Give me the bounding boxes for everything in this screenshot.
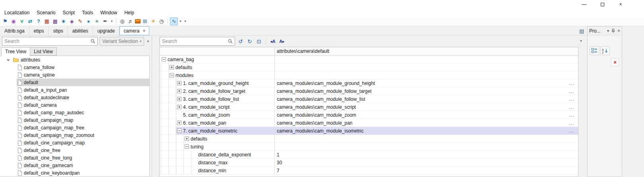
menu-scenario[interactable]: Scenario bbox=[33, 9, 59, 16]
tree-item-camera_spline[interactable]: camera_spline bbox=[0, 71, 149, 79]
editor-row-4-cam_module_script[interactable]: 4. cam_module_scriptcamera_modules\cam_m… bbox=[160, 103, 578, 111]
copy-structure-icon[interactable]: ⊡ bbox=[255, 37, 263, 45]
expand-icon[interactable] bbox=[177, 121, 181, 125]
waves-icon[interactable]: ≈ bbox=[93, 17, 101, 25]
tree-item-default_campaign_map_free[interactable]: default_campaign_map_free bbox=[0, 124, 149, 131]
editor-row-defaults[interactable]: defaults bbox=[160, 63, 578, 71]
checker-icon[interactable]: ▩ bbox=[51, 17, 59, 25]
row-value-cell[interactable]: 1 bbox=[275, 151, 578, 158]
toolbar-dropdown-icon[interactable]: ▾ bbox=[110, 17, 114, 25]
editor-row-modules[interactable]: modules bbox=[160, 71, 578, 79]
palette-icon[interactable]: ◉ bbox=[10, 17, 17, 25]
view-tab-list-view[interactable]: List View bbox=[30, 47, 57, 56]
menu-tools[interactable]: Tools bbox=[78, 9, 96, 16]
tree-item-default[interactable]: default bbox=[0, 79, 149, 86]
collapse-icon[interactable] bbox=[177, 129, 181, 133]
editor-row-2-cam_module_follow_target[interactable]: 2. cam_module_follow_targetcamera_module… bbox=[160, 87, 578, 95]
tree-item-default_camp_map_autodec[interactable]: default_camp_map_autodec bbox=[0, 109, 149, 116]
variant-selection-dropdown[interactable]: Variant Selection ▾ bbox=[100, 37, 145, 46]
prev-change-icon[interactable]: ◂A bbox=[269, 37, 277, 45]
row-value-cell[interactable]: camera_modules\cam_module_script... bbox=[275, 103, 578, 111]
ellipsis-button[interactable]: ... bbox=[569, 111, 574, 119]
tab-sbps[interactable]: sbps bbox=[49, 26, 68, 35]
row-value-cell[interactable] bbox=[275, 143, 578, 150]
expand-icon[interactable] bbox=[177, 81, 181, 85]
tree-item-default_a_input_pan[interactable]: default_a_input_pan bbox=[0, 86, 149, 94]
properties-close-icon[interactable]: × bbox=[617, 28, 620, 34]
ellipsis-button[interactable]: ... bbox=[569, 87, 574, 95]
tab-ebps[interactable]: ebps bbox=[29, 26, 49, 35]
flag-icon[interactable]: ⚑ bbox=[1, 17, 9, 25]
tab-abilities[interactable]: abilities bbox=[68, 26, 93, 35]
row-value-cell[interactable]: camera_modules\cam_module_zoom... bbox=[275, 111, 578, 119]
browser-toolbar-overflow-icon[interactable]: ▾ bbox=[146, 39, 150, 43]
expand-icon[interactable] bbox=[177, 97, 181, 101]
expand-icon[interactable] bbox=[177, 89, 181, 93]
menu-window[interactable]: Window bbox=[96, 9, 121, 16]
collapse-icon[interactable] bbox=[185, 144, 189, 149]
layout-icon[interactable]: ⊞ bbox=[141, 17, 149, 25]
signature-icon[interactable]: ✒ bbox=[101, 17, 109, 25]
menu-help[interactable]: Help bbox=[121, 9, 138, 16]
row-value-cell[interactable]: camera_modules\cam_module_pan... bbox=[275, 119, 578, 127]
menu-localization[interactable]: Localization bbox=[1, 9, 33, 16]
editor-row-7-cam_module_isometric[interactable]: 7. cam_module_isometriccamera_modules\ca… bbox=[160, 127, 578, 135]
row-value-cell[interactable]: camera_modules\cam_module_follow_target.… bbox=[275, 87, 578, 95]
branch-icon[interactable]: ⋎ bbox=[18, 17, 26, 25]
tab-close-icon[interactable]: × bbox=[143, 29, 145, 33]
row-value-cell[interactable] bbox=[275, 56, 578, 63]
row-value-cell[interactable]: camera_modules\cam_module_follow_list... bbox=[275, 95, 578, 103]
tree-item-default_cine_campaign_map[interactable]: default_cine_campaign_map bbox=[0, 139, 149, 146]
row-value-cell[interactable]: 7 bbox=[275, 167, 578, 174]
editor-row-tuning[interactable]: tuning bbox=[160, 143, 578, 151]
collapse-icon[interactable] bbox=[170, 73, 174, 77]
asterisk-icon[interactable]: ∗ bbox=[60, 17, 67, 25]
sync-back-icon[interactable]: ↺ bbox=[237, 37, 245, 45]
history-icon[interactable]: ◷ bbox=[158, 17, 166, 25]
sound-icon[interactable]: ♬ bbox=[127, 17, 135, 25]
browser-search-input[interactable] bbox=[2, 38, 90, 44]
target-icon[interactable]: ◎ bbox=[118, 17, 126, 25]
expand-collapse-icon[interactable] bbox=[6, 58, 11, 62]
collapse-icon[interactable] bbox=[162, 57, 166, 62]
pin-icon[interactable] bbox=[611, 29, 615, 33]
expand-icon[interactable] bbox=[185, 137, 189, 141]
wave-tool-dropdown-icon[interactable]: ▾ bbox=[178, 17, 183, 25]
pen-icon[interactable]: ✎ bbox=[76, 17, 84, 25]
editor-row-5-cam_module_zoom[interactable]: 5. cam_module_zoomcamera_modules\cam_mod… bbox=[160, 111, 578, 119]
editor-search-input[interactable] bbox=[160, 38, 227, 44]
sync-forward-icon[interactable]: ↻ bbox=[246, 37, 254, 45]
row-value-cell[interactable] bbox=[275, 135, 578, 142]
transfer-icon[interactable]: ⇄ bbox=[26, 17, 34, 25]
editor-row-3-cam_module_follow_list[interactable]: 3. cam_module_follow_listcamera_modules\… bbox=[160, 95, 578, 103]
tab-camera[interactable]: camera× bbox=[120, 26, 149, 35]
tree-item-default_camera[interactable]: default_camera bbox=[0, 101, 149, 109]
editor-row-distance_max[interactable]: distance_max30 bbox=[160, 159, 578, 167]
wave-tool-icon[interactable]: ∿ bbox=[170, 17, 178, 25]
editor-row-6-cam_module_pan[interactable]: 6. cam_module_pancamera_modules\cam_modu… bbox=[160, 119, 578, 127]
tree-item-default_campaign_map[interactable]: default_campaign_map bbox=[0, 116, 149, 124]
help-icon[interactable]: ? bbox=[35, 17, 42, 25]
row-value-cell[interactable]: camera_modules\cam_module_isometric... bbox=[275, 127, 578, 135]
menu-script[interactable]: Script bbox=[59, 9, 79, 16]
row-value-cell[interactable]: 30 bbox=[275, 159, 578, 166]
tab-upgrade[interactable]: upgrade bbox=[93, 26, 120, 35]
tree-item-default_campaign_map_zoomout[interactable]: default_campaign_map_zoomout bbox=[0, 131, 149, 139]
tree-item-attributes[interactable]: attributes bbox=[0, 56, 149, 63]
row-value-cell[interactable] bbox=[275, 63, 578, 71]
droplet-icon[interactable]: ● bbox=[85, 17, 93, 25]
editor-row-defaults[interactable]: defaults bbox=[160, 135, 578, 143]
ellipsis-button[interactable]: ... bbox=[569, 103, 574, 111]
remove-property-icon[interactable]: × bbox=[611, 58, 619, 66]
ellipsis-button[interactable]: ... bbox=[569, 79, 574, 87]
tab-attrib-sga[interactable]: Attrib.sga bbox=[0, 26, 29, 35]
ellipsis-button[interactable]: ... bbox=[569, 119, 574, 127]
ellipsis-button[interactable]: ... bbox=[569, 95, 574, 103]
tree-item-default_cine_gamecam[interactable]: default_cine_gamecam bbox=[0, 162, 149, 169]
next-change-icon[interactable]: A▸ bbox=[278, 37, 286, 45]
grid-red-icon[interactable]: ▦ bbox=[43, 17, 51, 25]
tree-item-default_cine_free_long[interactable]: default_cine_free_long bbox=[0, 154, 149, 162]
window-menu-icon[interactable]: ▾ bbox=[607, 29, 609, 33]
close-button[interactable]: × bbox=[615, 0, 627, 8]
document-list-icon[interactable]: ▤ bbox=[579, 28, 584, 34]
